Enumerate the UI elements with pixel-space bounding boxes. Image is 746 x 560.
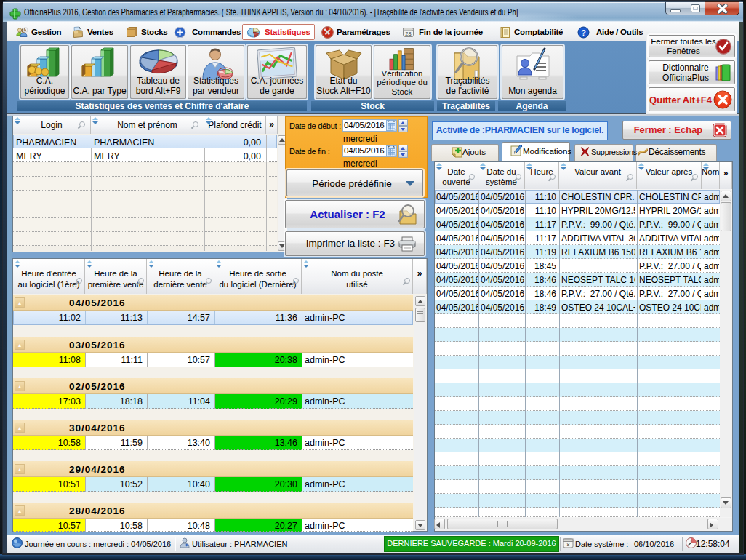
- svg-text:?: ?: [581, 28, 586, 37]
- svg-text:28: 28: [405, 31, 411, 37]
- svg-text:8: 8: [567, 542, 570, 547]
